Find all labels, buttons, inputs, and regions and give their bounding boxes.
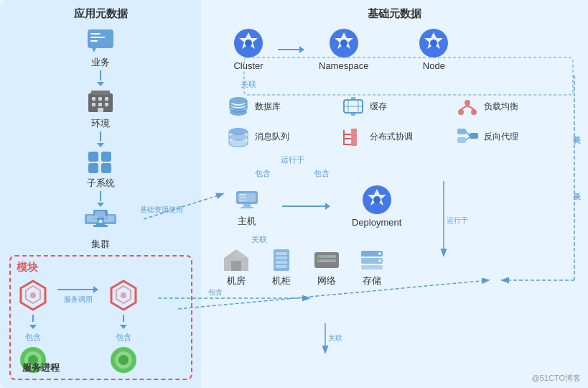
svg-point-51 <box>458 109 464 115</box>
svg-point-46 <box>430 40 437 47</box>
item-env: 环境 <box>85 88 116 130</box>
lb-label: 负载均衡 <box>484 101 518 113</box>
coord-icon <box>341 124 365 149</box>
namespace-label: Namespace <box>319 60 368 71</box>
cluster-app-label: 集群 <box>91 238 110 251</box>
cabinet-icon <box>268 248 295 272</box>
item-subsystem: 子系统 <box>85 149 116 190</box>
module-label: 模块 <box>17 261 185 274</box>
right-panel: 基础元数据 Cluster <box>201 0 588 388</box>
network-icon <box>313 248 340 272</box>
svg-rect-15 <box>101 152 111 162</box>
svg-point-34 <box>121 292 126 298</box>
svg-rect-67 <box>243 204 251 207</box>
svg-rect-79 <box>276 252 287 255</box>
svg-line-53 <box>461 106 467 109</box>
svg-rect-25 <box>104 216 114 222</box>
svg-line-54 <box>467 106 474 109</box>
svg-rect-1 <box>90 33 101 34</box>
cluster-label: Cluster <box>233 60 263 71</box>
cluster-node: Cluster <box>233 28 263 71</box>
proxy-label: 反向代理 <box>484 131 518 143</box>
storage-node: 存储 <box>358 248 386 287</box>
env-label: 环境 <box>91 117 110 130</box>
room-icon <box>223 248 250 272</box>
right-title: 基础元数据 <box>212 7 577 21</box>
db-label: 数据库 <box>255 101 281 113</box>
svg-rect-22 <box>93 225 108 227</box>
svg-rect-68 <box>241 207 253 208</box>
svg-rect-62 <box>457 129 466 134</box>
deployment-label: Deployment <box>352 217 401 228</box>
k8s-node-icon <box>419 28 449 58</box>
svg-point-48 <box>230 108 247 116</box>
cache-label: 缓存 <box>370 101 387 113</box>
module-icon-2 <box>107 279 140 312</box>
cache-icon <box>341 94 365 119</box>
svg-rect-59 <box>351 133 357 137</box>
svg-rect-13 <box>98 108 103 112</box>
left-panel: 应用元数据 业务 <box>0 0 201 388</box>
svg-rect-2 <box>90 37 105 38</box>
svg-rect-14 <box>88 152 98 162</box>
network-label: 网络 <box>317 274 336 287</box>
svg-marker-77 <box>236 249 248 258</box>
svg-rect-81 <box>276 261 287 264</box>
svg-point-47 <box>230 97 247 104</box>
svg-rect-8 <box>98 97 102 101</box>
svg-rect-71 <box>239 200 246 201</box>
cluster-app-icon <box>83 208 118 236</box>
svg-rect-63 <box>457 137 466 143</box>
service-process-label: 服务进程 <box>22 361 60 374</box>
svg-rect-7 <box>92 97 95 101</box>
svg-rect-0 <box>88 29 113 48</box>
svg-rect-12 <box>105 103 108 106</box>
svg-rect-24 <box>95 211 105 218</box>
svg-point-92 <box>378 252 381 255</box>
svg-rect-61 <box>351 142 357 146</box>
svg-marker-4 <box>92 48 96 52</box>
coord-label: 分布式协调 <box>370 131 413 143</box>
module-icon-1 <box>17 279 50 312</box>
svg-rect-17 <box>101 163 111 173</box>
proxy-icon <box>455 124 480 149</box>
mq-label: 消息队列 <box>255 131 289 143</box>
env-icon <box>85 88 116 115</box>
node-node: Node <box>419 28 449 71</box>
business-icon <box>85 27 116 54</box>
svg-rect-60 <box>351 137 357 142</box>
contains-label-right2: 包含 <box>314 168 330 179</box>
lb-icon <box>455 94 480 119</box>
svg-point-50 <box>465 100 470 106</box>
run-on-label: 运行于 <box>281 154 304 165</box>
svg-point-74 <box>373 196 381 203</box>
namespace-node: Namespace <box>319 28 368 71</box>
svg-rect-76 <box>231 261 241 271</box>
svg-point-88 <box>317 259 320 262</box>
svg-rect-3 <box>90 40 98 42</box>
business-label: 业务 <box>91 56 110 69</box>
svg-rect-21 <box>96 223 105 225</box>
proxy-item: 反向代理 <box>455 124 563 149</box>
main-container: 应用元数据 业务 <box>0 0 588 388</box>
link-label-1: 关联 <box>241 77 577 90</box>
cache-item: 缓存 <box>341 94 449 119</box>
host-label: 主机 <box>238 215 256 228</box>
mq-item: 消息队列 <box>226 124 334 149</box>
left-title: 应用元数据 <box>7 7 194 21</box>
mq-icon <box>226 124 251 149</box>
coord-item: 分布式协调 <box>341 124 449 149</box>
db-item: 数据库 <box>226 94 334 119</box>
svg-point-93 <box>378 259 381 262</box>
svg-point-86 <box>317 255 320 258</box>
host-icon <box>233 185 261 213</box>
svg-point-87 <box>322 255 325 258</box>
contains-label-right: 包含 <box>255 168 271 179</box>
contains-label-1: 包含 <box>25 332 41 343</box>
svg-rect-69 <box>239 194 246 195</box>
link-label-2: 关联 <box>251 235 267 244</box>
item-cluster-app: 集群 <box>83 208 118 251</box>
room-label: 机房 <box>227 274 246 287</box>
subsystem-icon <box>85 149 116 175</box>
deployment-icon <box>362 185 392 215</box>
